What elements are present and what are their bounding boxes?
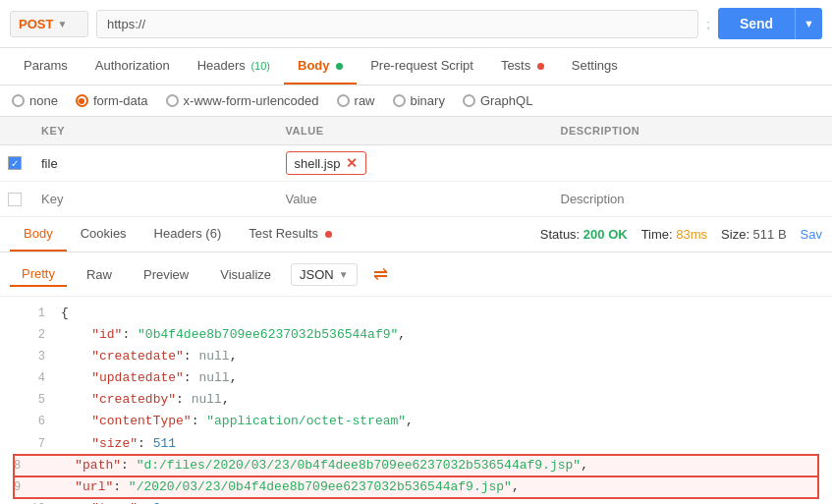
json-line-7: 7 "size": 511	[14, 433, 818, 455]
tab-headers[interactable]: Headers (10)	[184, 48, 284, 84]
empty-checkbox-cell	[0, 189, 29, 210]
option-graphql[interactable]: GraphQL	[463, 93, 532, 108]
row-checkbox[interactable]: ✓	[8, 156, 22, 170]
option-form-data[interactable]: form-data	[76, 93, 148, 108]
table-row-empty	[0, 182, 832, 217]
test-results-dot	[325, 231, 332, 238]
response-status-label: Status: 200 OK	[540, 227, 628, 242]
tests-dot	[537, 63, 544, 70]
json-viewer: 1 { 2 "id": "0b4f4dee8b709ee6237032b5365…	[0, 297, 832, 504]
json-format-label: JSON	[300, 267, 334, 282]
response-tabs: Body Cookies Headers (6) Test Results	[10, 217, 346, 252]
empty-key-input[interactable]	[41, 192, 262, 206]
wrap-icon[interactable]: ⇌	[365, 259, 396, 289]
json-line-6: 6 "contentType": "application/octet-stre…	[14, 411, 818, 432]
empty-value-cell[interactable]	[274, 186, 549, 212]
option-urlencoded[interactable]: x-www-form-urlencoded	[166, 93, 319, 108]
response-top-bar: Body Cookies Headers (6) Test Results St…	[0, 217, 832, 252]
json-line-1: 1 {	[14, 303, 818, 324]
resp-tab-cookies[interactable]: Cookies	[67, 217, 140, 252]
tab-params[interactable]: Params	[10, 48, 82, 84]
tab-body[interactable]: Body	[284, 48, 357, 84]
json-line-3: 3 "createdate": null,	[14, 346, 818, 367]
radio-form-data	[76, 94, 88, 107]
row-description[interactable]	[549, 157, 794, 169]
response-time-label: Time: 83ms	[641, 227, 707, 242]
save-link[interactable]: Sav	[801, 227, 822, 242]
fmt-btn-preview[interactable]: Preview	[132, 263, 200, 286]
col-value: VALUE	[274, 123, 549, 139]
radio-binary	[393, 94, 406, 107]
headers-badge: (10)	[250, 60, 270, 72]
tab-settings[interactable]: Settings	[558, 48, 632, 84]
json-line-8: 8 "path": "d:/files/2020/03/23/0b4f4dee8…	[14, 455, 818, 476]
body-options-bar: none form-data x-www-form-urlencoded raw…	[0, 85, 832, 117]
nav-tabs: Params Authorization Headers (10) Body P…	[0, 48, 832, 85]
response-status: 200 OK	[583, 227, 628, 242]
tab-authorization[interactable]: Authorization	[82, 48, 184, 84]
response-time: 83ms	[676, 227, 707, 242]
value-pill-text: shell.jsp	[295, 156, 341, 171]
send-button-group: Send ▼	[718, 8, 822, 39]
table-row: ✓ file shell.jsp ✕	[0, 145, 832, 182]
option-binary[interactable]: binary	[393, 93, 445, 108]
empty-desc-cell[interactable]	[549, 186, 794, 212]
row-value[interactable]: shell.jsp ✕	[274, 145, 549, 181]
json-line-9: 9 "url": "/2020/03/23/0b4f4dee8b709ee623…	[14, 476, 818, 498]
body-dot	[336, 63, 343, 70]
radio-urlencoded	[166, 94, 179, 107]
json-line-10: 10 "type": 0	[14, 498, 818, 504]
send-button[interactable]: Send	[718, 8, 795, 39]
row-checkbox-cell[interactable]: ✓	[0, 152, 29, 174]
radio-none	[12, 94, 25, 107]
response-size-label: Size: 511 B	[721, 227, 787, 242]
response-size: 511 B	[753, 227, 787, 242]
method-label: POST	[19, 17, 53, 31]
send-arrow-button[interactable]: ▼	[795, 8, 822, 39]
value-pill-remove[interactable]: ✕	[346, 155, 358, 171]
top-bar: POST ▼ ; Send ▼	[0, 0, 832, 48]
url-input[interactable]	[96, 10, 698, 38]
params-table: KEY VALUE DESCRIPTION ✓ file shell.jsp ✕	[0, 117, 832, 217]
empty-value-input[interactable]	[286, 192, 537, 206]
url-suffix: ;	[706, 17, 710, 31]
radio-graphql	[463, 94, 475, 107]
json-format-select[interactable]: JSON ▼	[291, 263, 358, 286]
col-actions	[793, 123, 832, 139]
json-line-2: 2 "id": "0b4f4dee8b709ee6237032b536544af…	[14, 324, 818, 346]
resp-tab-body[interactable]: Body	[10, 217, 67, 252]
option-none[interactable]: none	[12, 93, 58, 108]
col-check	[0, 123, 29, 139]
table-header: KEY VALUE DESCRIPTION	[0, 117, 832, 145]
empty-desc-input[interactable]	[561, 192, 782, 206]
empty-key-cell[interactable]	[29, 186, 274, 212]
row-key[interactable]: file	[29, 150, 274, 177]
response-meta: Status: 200 OK Time: 83ms Size: 511 B Sa…	[540, 227, 822, 242]
resp-tab-test-results[interactable]: Test Results	[235, 217, 345, 252]
radio-raw	[337, 94, 350, 107]
fmt-btn-visualize[interactable]: Visualize	[208, 263, 283, 286]
json-line-5: 5 "createdby": null,	[14, 389, 818, 411]
json-format-arrow-icon: ▼	[339, 269, 349, 280]
method-selector[interactable]: POST ▼	[10, 11, 88, 37]
format-bar: Pretty Raw Preview Visualize JSON ▼ ⇌	[0, 252, 832, 297]
col-description: DESCRIPTION	[549, 123, 794, 139]
fmt-btn-pretty[interactable]: Pretty	[10, 262, 67, 287]
resp-tab-headers[interactable]: Headers (6)	[140, 217, 236, 252]
empty-checkbox	[8, 193, 22, 206]
value-pill: shell.jsp ✕	[286, 151, 367, 175]
method-arrow-icon: ▼	[57, 19, 67, 29]
row-extra	[793, 157, 832, 169]
json-line-4: 4 "updatedate": null,	[14, 367, 818, 389]
tab-prerequest[interactable]: Pre-request Script	[357, 48, 487, 84]
col-key: KEY	[29, 123, 274, 139]
tab-tests[interactable]: Tests	[487, 48, 558, 84]
fmt-btn-raw[interactable]: Raw	[75, 263, 124, 286]
option-raw[interactable]: raw	[337, 93, 375, 108]
